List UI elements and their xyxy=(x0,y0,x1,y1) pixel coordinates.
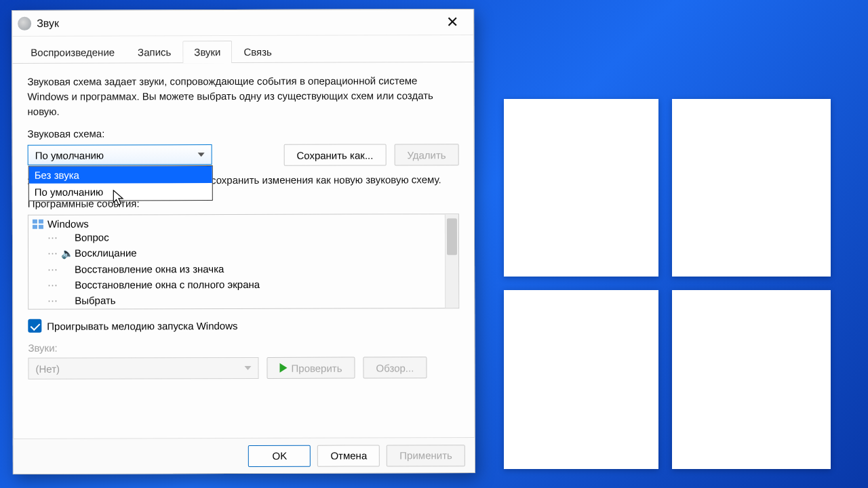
sounds-label: Звуки: xyxy=(28,341,459,354)
dialog-footer: OK Отмена Применить xyxy=(14,437,475,474)
play-icon xyxy=(279,363,287,373)
chevron-down-icon xyxy=(198,152,205,157)
event-item[interactable]: ⋯Восстановление окна из значка xyxy=(33,260,441,277)
events-listbox[interactable]: Windows ⋯Вопрос ⋯🔈Восклицание ⋯Восстанов… xyxy=(28,214,459,310)
tab-sounds[interactable]: Звуки xyxy=(182,41,232,63)
cancel-button[interactable]: Отмена xyxy=(317,445,380,466)
titlebar[interactable]: Звук ✕ xyxy=(12,9,473,37)
tab-recording[interactable]: Запись xyxy=(126,41,182,63)
chevron-down-icon xyxy=(244,366,251,370)
description-text: Звуковая схема задает звуки, сопровождаю… xyxy=(27,73,458,119)
scheme-combobox[interactable]: По умолчанию Без звука По умолчанию xyxy=(28,144,212,165)
scheme-selected: По умолчанию xyxy=(35,149,104,161)
windows-icon xyxy=(33,219,43,228)
startup-sound-checkbox[interactable] xyxy=(28,319,41,333)
tab-playback[interactable]: Воспроизведение xyxy=(19,41,126,63)
windows-logo-tile xyxy=(504,290,658,469)
startup-sound-label: Проигрывать мелодию запуска Windows xyxy=(47,320,237,332)
windows-logo-tile xyxy=(504,99,658,277)
scheme-option-default[interactable]: По умолчанию xyxy=(29,183,212,201)
scrollbar[interactable] xyxy=(445,214,458,308)
tab-strip: Воспроизведение Запись Звуки Связь xyxy=(12,35,473,64)
windows-logo-tile xyxy=(672,99,831,277)
scheme-label: Звуковая схема: xyxy=(28,127,459,140)
tab-communications[interactable]: Связь xyxy=(232,41,283,63)
sound-combobox: (Нет) xyxy=(28,357,258,380)
browse-button: Обзор... xyxy=(363,357,427,378)
windows-logo-tile xyxy=(672,290,831,469)
save-as-button[interactable]: Сохранить как... xyxy=(283,144,386,166)
sound-icon xyxy=(18,16,31,30)
window-title: Звук xyxy=(37,17,59,29)
event-item[interactable]: ⋯🔈Восклицание xyxy=(33,244,441,261)
scheme-dropdown: Без звука По умолчанию xyxy=(28,165,213,201)
delete-button: Удалить xyxy=(394,144,458,165)
close-button[interactable]: ✕ xyxy=(437,12,468,33)
scheme-option-none[interactable]: Без звука xyxy=(29,166,212,184)
event-item[interactable]: ⋯Вопрос xyxy=(33,228,441,245)
event-item[interactable]: ⋯Выбрать xyxy=(33,291,441,308)
sound-dialog: Звук ✕ Воспроизведение Запись Звуки Связ… xyxy=(12,9,475,474)
events-root[interactable]: Windows xyxy=(33,217,441,230)
speaker-icon: 🔈 xyxy=(61,245,72,261)
scrollbar-thumb[interactable] xyxy=(447,218,457,255)
ok-button[interactable]: OK xyxy=(248,445,311,466)
apply-button: Применить xyxy=(387,445,465,466)
test-button: Проверить xyxy=(267,357,355,379)
event-item[interactable]: ⋯Восстановление окна с полного экрана xyxy=(33,276,441,293)
sound-value: (Нет) xyxy=(35,363,60,374)
